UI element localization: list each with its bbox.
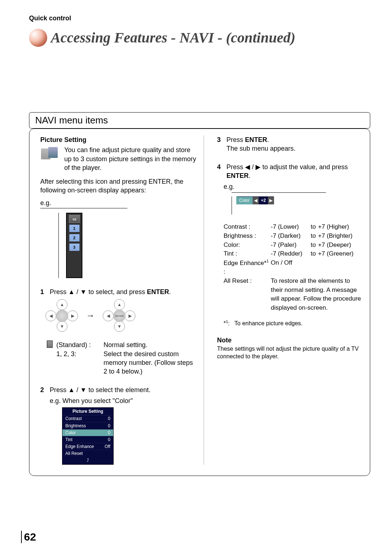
page-title-row: Accessing Features - NAVI - (continued) [29, 29, 370, 47]
range-color-low: -7 (Paler) [271, 241, 311, 250]
dpad-up-icon-2: ▲ [114, 299, 125, 310]
step-4-enter: ENTER [226, 172, 249, 179]
right-column: 3 Press ENTER. The sub menu appears. 4 P… [215, 135, 362, 465]
step-1: 1 Press ▲ / ▼ to select, and press ENTER… [40, 288, 196, 296]
step-3-line2: The sub menu appears. [226, 144, 295, 153]
step-1-enter: ENTER [147, 288, 169, 296]
ps-row-label: Contrast [65, 416, 82, 421]
nums-desc: Select the desired custom memory number.… [103, 350, 196, 376]
step-4-number: 4 [217, 163, 223, 180]
range-contrast-to: to [311, 223, 316, 232]
page-number: 62 [21, 531, 36, 543]
picture-setting-title: Picture Setting [40, 135, 196, 144]
step-4-text-a: Press [226, 163, 245, 171]
range-brightness-to: to [311, 232, 316, 241]
ps-menu-row-edge: Edge Enhance Off [62, 443, 113, 450]
content-frame: Picture Setting You can fine adjust pict… [29, 129, 370, 476]
ps-menu-title: Picture Setting [62, 408, 113, 415]
step-3-period: . [267, 136, 269, 143]
color-pill-label: Color [236, 197, 253, 204]
picture-setting-menu: Picture Setting Contrast 0 Brightness 0 … [62, 407, 114, 465]
range-contrast-high: +7 (Higher) [318, 223, 349, 232]
range-contrast-low: -7 (Lower) [271, 223, 311, 232]
range-color-high: +7 (Deeper) [318, 241, 351, 250]
range-edge-val: On / Off [271, 258, 292, 277]
step-2-text-a: Press [50, 386, 68, 394]
note-body: These settings will not adjust the pictu… [217, 345, 362, 360]
range-color-to: to [311, 241, 316, 250]
dpad-down-icon-2: ▼ [114, 321, 125, 332]
dpad-left: ▲ ▼ ◀ ▶ [45, 299, 78, 332]
step-3-number: 3 [217, 135, 223, 153]
range-table: Contrast : -7 (Lower) to +7 (Higher) Bri… [224, 223, 362, 312]
range-tint-high: +7 (Greener) [318, 249, 354, 258]
picture-preset-stack: ▭ 1 2 3 [66, 213, 82, 278]
page-title: Accessing Features - NAVI - (continued) [51, 30, 295, 45]
standard-desc: Normal setting. [103, 341, 196, 349]
color-adjust-pill: Color ◀ +2 ▶ [236, 196, 274, 204]
range-brightness-high: +7 (Brighter) [318, 232, 352, 241]
range-edge-label-a: Edge Enhance* [224, 260, 266, 266]
dpad-right: ▲ ▼ ◀ ▶ ENTER [103, 299, 135, 332]
dpad-left-icon-2: ◀ [103, 310, 114, 321]
after-selecting-text: After selecting this icon and pressing E… [40, 177, 196, 195]
eg-label-1: e.g. [40, 199, 196, 207]
left-column: Picture Setting You can fine adjust pict… [40, 135, 204, 465]
preset-2: 2 [69, 234, 80, 242]
step-1-text-b: to select, and press [87, 288, 147, 296]
step-4-text-b: to adjust the value, and press [261, 163, 348, 171]
ps-row-val: 0 [108, 423, 110, 429]
ps-row-label: Color [65, 430, 76, 436]
nums-label: 1, 2, 3: [56, 350, 103, 376]
picture-setting-desc: You can fine adjust picture quality and … [64, 146, 196, 172]
eg-box-1: ▭ 1 2 3 [40, 208, 127, 278]
color-pill-right-icon: ▶ [268, 197, 274, 204]
preset-1: 1 [69, 224, 80, 232]
preset-3: 3 [69, 243, 80, 251]
footnote-colon: : [228, 320, 229, 326]
step-2-number: 2 [40, 386, 46, 406]
ps-menu-row-tint: Tint 0 [62, 436, 113, 443]
footnote: *1: To enhance picture edges. [224, 319, 362, 327]
ps-row-label: Edge Enhance [65, 444, 94, 449]
ps-menu-row-contrast: Contrast 0 [62, 415, 113, 422]
ps-row-val: 0 [108, 416, 110, 421]
color-pill-value: +2 [259, 197, 268, 204]
arrow-right-icon: → [86, 310, 95, 321]
step-3-enter: ENTER [245, 136, 267, 143]
ps-row-val: 0 [108, 437, 110, 443]
range-contrast-label: Contrast : [224, 223, 271, 232]
note-heading: Note [217, 336, 362, 345]
dpad-left-icon: ◀ [45, 310, 56, 321]
picture-setting-icon [40, 146, 60, 163]
ps-row-label: Tint [65, 437, 73, 443]
ps-row-label: Brightness [65, 423, 86, 429]
step-2: 2 Press ▲ / ▼ to select the element. e.g… [40, 386, 196, 406]
step-1-period: . [169, 288, 171, 296]
step-2-eg: e.g. When you select "Color" [50, 396, 151, 405]
dpad-center-icon [56, 310, 68, 322]
standard-row: (Standard) : Normal setting. 1, 2, 3: Se… [47, 341, 196, 376]
standard-mini-icon [47, 341, 53, 348]
section-heading-text: NAVI menu items [35, 115, 108, 126]
step-3-text-a: Press [226, 136, 245, 143]
step-4-arrows: ◀ / ▶ [245, 163, 261, 171]
header-quick-control: Quick control [29, 15, 370, 22]
range-edge-sup: 1 [266, 259, 269, 263]
step-4: 4 Press ◀ / ▶ to adjust the value, and p… [217, 163, 362, 180]
standard-label: (Standard) : [56, 341, 103, 349]
ps-menu-return-icon: ⤴ [62, 457, 113, 464]
ps-row-val: 0 [108, 430, 110, 436]
range-brightness-low: -7 (Darker) [271, 232, 311, 241]
range-tint-label: Tint : [224, 249, 271, 258]
step-1-arrows: ▲ / ▼ [68, 288, 87, 296]
dpad-right-icon-2: ▶ [124, 310, 135, 321]
remote-diagram: ▲ ▼ ◀ ▶ → ▲ ▼ ◀ ▶ ENTER [45, 299, 196, 332]
dpad-up-icon: ▲ [57, 299, 68, 310]
dpad-enter-icon: ENTER [113, 310, 126, 322]
range-reset-label: All Reset : [224, 277, 271, 286]
dpad-down-icon: ▼ [57, 321, 68, 332]
range-reset-desc: To restore all the elements to their nor… [271, 277, 362, 313]
step-4-period: . [249, 172, 250, 179]
range-edge-label-b: : [224, 268, 225, 275]
